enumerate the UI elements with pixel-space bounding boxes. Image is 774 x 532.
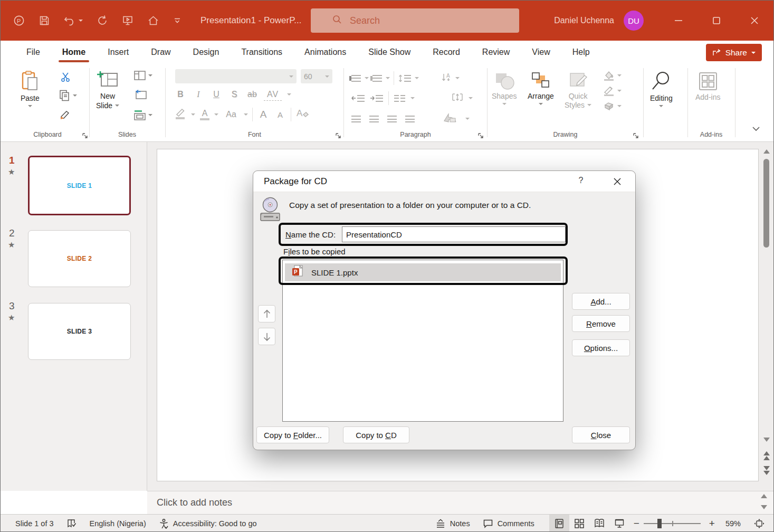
quick-styles-button[interactable]: Quick Styles xyxy=(565,71,591,110)
slide-thumbnail-3[interactable]: SLIDE 3 xyxy=(28,303,131,360)
align-center-icon[interactable] xyxy=(369,116,379,122)
previous-slide-button[interactable] xyxy=(763,451,770,460)
close-button[interactable]: Close xyxy=(572,426,630,443)
drawing-dialog-launcher-icon[interactable] xyxy=(633,131,639,138)
undo-icon[interactable] xyxy=(64,15,83,26)
copy-button[interactable] xyxy=(59,89,77,102)
close-window-button[interactable] xyxy=(735,1,773,41)
zoom-slider[interactable] xyxy=(644,523,701,524)
highlight-pen-icon[interactable] xyxy=(174,107,187,122)
addins-button[interactable]: Add-ins xyxy=(695,71,720,101)
paragraph-dialog-launcher-icon[interactable] xyxy=(477,131,484,138)
align-left-icon[interactable] xyxy=(351,116,361,122)
font-name-combo[interactable] xyxy=(175,69,297,83)
zoom-in-button[interactable]: + xyxy=(701,515,719,532)
section-button[interactable] xyxy=(133,109,152,121)
smartart-convert-icon[interactable] xyxy=(443,112,457,125)
cut-icon[interactable] xyxy=(60,71,71,85)
search-input[interactable]: Search xyxy=(311,8,519,33)
remove-button[interactable]: Remove xyxy=(572,315,630,332)
tab-help[interactable]: Help xyxy=(561,41,601,64)
increase-font-button[interactable]: A xyxy=(257,108,270,121)
fit-to-window-icon[interactable] xyxy=(747,515,773,532)
slideshow-view-button[interactable] xyxy=(609,515,629,532)
redo-icon[interactable] xyxy=(97,15,108,26)
increase-indent-icon[interactable] xyxy=(370,95,383,102)
maximize-button[interactable] xyxy=(697,1,735,41)
zoom-level[interactable]: 59% xyxy=(719,515,747,532)
normal-view-button[interactable] xyxy=(549,515,569,532)
font-size-combo[interactable]: 60 xyxy=(301,69,332,83)
slide-thumbnail-1[interactable]: SLIDE 1 xyxy=(28,156,131,215)
slide-thumbnail-2[interactable]: SLIDE 2 xyxy=(28,230,131,287)
reading-view-button[interactable] xyxy=(589,515,609,532)
arrange-button[interactable]: Arrange xyxy=(528,71,554,105)
notes-toggle-button[interactable]: Notes xyxy=(429,515,476,532)
notes-scroll-up-icon[interactable] xyxy=(761,494,767,498)
add-button[interactable]: Add... xyxy=(572,293,630,310)
spell-check-icon[interactable] xyxy=(60,515,83,532)
numbering-icon[interactable] xyxy=(372,75,382,82)
text-direction-icon[interactable]: A xyxy=(441,73,452,84)
save-icon[interactable] xyxy=(39,15,50,26)
scrollbar-thumb[interactable] xyxy=(763,159,769,248)
tab-home[interactable]: Home xyxy=(51,41,97,64)
collapse-ribbon-icon[interactable] xyxy=(751,125,761,134)
tab-draw[interactable]: Draw xyxy=(140,41,181,64)
comments-button[interactable]: Comments xyxy=(476,515,541,532)
align-text-icon[interactable] xyxy=(452,92,463,104)
bullets-icon[interactable] xyxy=(351,75,361,82)
slide-layout-button[interactable] xyxy=(133,70,152,81)
avatar[interactable]: DU xyxy=(624,11,644,31)
slide-sorter-view-button[interactable] xyxy=(569,515,589,532)
zoom-slider-thumb[interactable] xyxy=(657,519,662,528)
tab-design[interactable]: Design xyxy=(182,41,231,64)
italic-button[interactable]: I xyxy=(192,88,205,101)
cd-name-input[interactable]: PresentationCD xyxy=(342,226,566,242)
decrease-font-button[interactable]: A xyxy=(274,108,286,121)
share-button[interactable]: Share xyxy=(706,44,762,61)
decrease-indent-icon[interactable] xyxy=(351,95,365,102)
shape-outline-button[interactable] xyxy=(603,86,622,96)
editing-button[interactable]: Editing xyxy=(650,70,673,107)
move-up-button[interactable] xyxy=(258,305,275,322)
clear-formatting-icon[interactable]: A xyxy=(295,108,309,121)
reset-slide-icon[interactable] xyxy=(135,89,147,103)
copy-to-folder-button[interactable]: Copy to Folder... xyxy=(256,426,329,443)
align-right-icon[interactable] xyxy=(387,116,397,122)
options-button[interactable]: Options... xyxy=(572,339,630,356)
notes-placeholder[interactable]: Click to add notes xyxy=(157,497,232,508)
home-icon[interactable] xyxy=(147,15,159,26)
tab-view[interactable]: View xyxy=(521,41,561,64)
language-indicator[interactable]: English (Nigeria) xyxy=(83,515,152,532)
tab-transitions[interactable]: Transitions xyxy=(230,41,293,64)
user-name[interactable]: Daniel Uchenna xyxy=(554,16,614,25)
tab-slide-show[interactable]: Slide Show xyxy=(357,41,422,64)
format-painter-icon[interactable] xyxy=(59,109,72,123)
slide-indicator[interactable]: Slide 1 of 3 xyxy=(1,515,60,532)
notes-scroll-down-icon[interactable] xyxy=(761,505,767,509)
next-slide-button[interactable] xyxy=(763,466,770,475)
columns-icon[interactable] xyxy=(394,95,405,102)
paste-button[interactable]: Paste xyxy=(21,70,40,107)
justify-icon[interactable] xyxy=(405,116,415,122)
character-spacing-button[interactable]: AV xyxy=(264,88,282,101)
shape-fill-button[interactable] xyxy=(603,70,622,81)
minimize-button[interactable] xyxy=(660,1,697,41)
shapes-button[interactable]: Shapes xyxy=(492,71,517,105)
scroll-up-icon[interactable] xyxy=(763,149,770,154)
change-case-button[interactable]: Aa xyxy=(223,108,240,121)
font-dialog-launcher-icon[interactable] xyxy=(335,131,341,138)
vertical-scrollbar[interactable] xyxy=(761,146,772,484)
clipboard-dialog-launcher-icon[interactable] xyxy=(82,131,88,138)
strikethrough-button[interactable]: ab xyxy=(246,88,259,101)
line-spacing-icon[interactable] xyxy=(398,74,411,82)
tab-file[interactable]: File xyxy=(15,41,51,64)
move-down-button[interactable] xyxy=(258,328,275,345)
notes-pane[interactable]: Click to add notes xyxy=(147,491,774,514)
text-shadow-button[interactable]: S xyxy=(228,88,241,101)
font-color-button[interactable]: A xyxy=(199,109,210,120)
tab-record[interactable]: Record xyxy=(422,41,471,64)
dialog-help-button[interactable]: ? xyxy=(575,176,587,185)
shape-effects-button[interactable] xyxy=(603,101,622,111)
